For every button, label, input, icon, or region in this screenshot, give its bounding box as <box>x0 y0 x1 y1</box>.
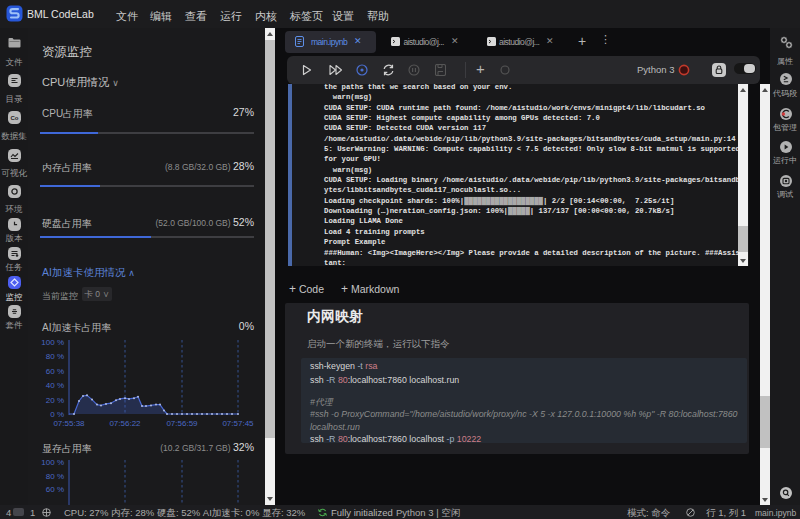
svg-text:60 %: 60 % <box>46 367 64 376</box>
svg-text:20 %: 20 % <box>46 396 64 405</box>
svg-text:80 %: 80 % <box>46 352 64 361</box>
svg-text:07:56:22: 07:56:22 <box>109 419 141 428</box>
svg-text:40 %: 40 % <box>46 381 64 390</box>
svg-text:80 %: 80 % <box>46 472 64 481</box>
svg-text:Co: Co <box>11 115 19 121</box>
svg-text:100 %: 100 % <box>41 458 64 467</box>
svg-text:0 %: 0 % <box>50 410 64 419</box>
svg-text:07:55:38: 07:55:38 <box>53 419 85 428</box>
svg-text:100 %: 100 % <box>41 338 64 347</box>
svg-text:07:56:59: 07:56:59 <box>166 419 198 428</box>
svg-text:60 %: 60 % <box>46 485 64 494</box>
svg-text:07:57:45: 07:57:45 <box>222 419 254 428</box>
